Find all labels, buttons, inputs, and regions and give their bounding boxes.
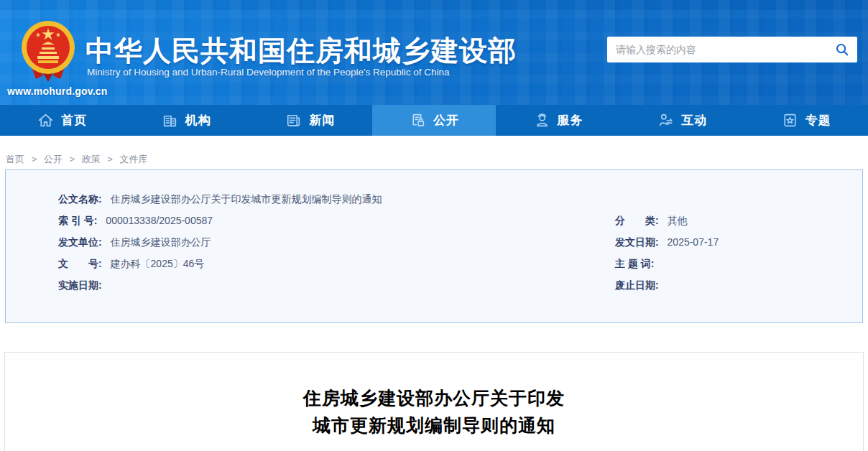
meta-row-category: 分 类: 其他: [615, 210, 862, 231]
meta-value-index-number: 000013338/2025-00587: [106, 215, 213, 226]
meta-label: 发文单位:: [58, 236, 102, 248]
article-title-line2: 城市更新规划编制导则的通知: [313, 415, 555, 435]
search-box: [607, 37, 857, 62]
meta-label: 实施日期:: [58, 279, 102, 291]
disclosure-icon: [409, 111, 427, 129]
nav-item-label: 首页: [61, 112, 87, 129]
nav-item-label: 公开: [433, 112, 459, 129]
meta-row-effective-date: 实施日期:: [58, 274, 615, 296]
meta-row-repeal-date: 废止日期:: [615, 274, 862, 296]
nav-item-label: 机构: [185, 112, 211, 129]
meta-grid: 索 引 号: 000013338/2025-00587 分 类: 其他 发文单位…: [58, 210, 862, 296]
breadcrumb-disclosure[interactable]: 公开: [44, 154, 63, 164]
breadcrumb-separator: >: [32, 154, 37, 164]
main-navigation: 首页 机构 新闻 公开: [0, 105, 868, 136]
site-title-chinese: 中华人民共和国住房和城乡建设部: [86, 32, 517, 70]
meta-label: 发文日期:: [615, 236, 659, 248]
nav-item-interaction[interactable]: 互动: [620, 105, 744, 136]
article-card: 住房城乡建设部办公厅关于印发 城市更新规划编制导则的通知: [4, 352, 864, 451]
home-icon: [37, 111, 55, 129]
meta-value-document-name: 住房城乡建设部办公厅关于印发城市更新规划编制导则的通知: [111, 193, 382, 205]
nav-item-disclosure[interactable]: 公开: [372, 105, 497, 136]
nav-item-news[interactable]: 新闻: [248, 105, 372, 136]
document-metadata-card: 公文名称: 住房城乡建设部办公厅关于印发城市更新规划编制导则的通知 索 引 号:…: [5, 169, 863, 323]
breadcrumb-separator: >: [107, 154, 113, 164]
article-title: 住房城乡建设部办公厅关于印发 城市更新规划编制导则的通知: [5, 384, 863, 439]
news-icon: [285, 111, 303, 129]
topics-icon: [781, 111, 799, 129]
meta-row-issuing-unit: 发文单位: 住房城乡建设部办公厅: [58, 231, 615, 253]
nav-item-label: 服务: [558, 112, 583, 129]
meta-row-document-number: 文 号: 建办科〔2025〕46号: [58, 253, 615, 274]
nav-item-label: 专题: [805, 112, 831, 129]
site-url: www.mohurd.gov.cn: [7, 85, 108, 97]
meta-label: 主 题 词:: [615, 258, 654, 269]
site-header: www.mohurd.gov.cn 中华人民共和国住房和城乡建设部 Minist…: [0, 0, 868, 105]
meta-row-issue-date: 发文日期: 2025-07-17: [615, 231, 862, 253]
meta-value-issuing-unit: 住房城乡建设部办公厅: [111, 236, 211, 248]
breadcrumb-home[interactable]: 首页: [6, 154, 24, 164]
nav-item-services[interactable]: 服务: [496, 105, 620, 136]
search-input[interactable]: [607, 37, 827, 62]
article-title-line1: 住房城乡建设部办公厅关于印发: [303, 388, 565, 408]
service-icon: [533, 111, 551, 129]
breadcrumb-separator: >: [69, 154, 75, 164]
meta-label: 废止日期:: [615, 279, 659, 291]
interaction-icon: [657, 111, 675, 129]
organization-icon: [161, 111, 179, 129]
search-button[interactable]: [827, 37, 857, 62]
magnifier-icon: [835, 42, 849, 57]
meta-label: 文 号:: [58, 258, 102, 269]
meta-row-document-name: 公文名称: 住房城乡建设部办公厅关于印发城市更新规划编制导则的通知: [58, 188, 862, 210]
nav-item-label: 新闻: [309, 112, 335, 129]
meta-label: 分 类:: [615, 215, 659, 226]
nav-item-label: 互动: [681, 112, 707, 129]
meta-row-index-number: 索 引 号: 000013338/2025-00587: [58, 210, 615, 231]
breadcrumb-policy[interactable]: 政策: [82, 154, 101, 164]
meta-value-category: 其他: [668, 215, 688, 226]
nav-item-home[interactable]: 首页: [0, 105, 124, 136]
meta-label: 索 引 号:: [58, 215, 97, 226]
breadcrumb: 首页 > 公开 > 政策 > 文件库: [0, 136, 868, 166]
breadcrumb-file-library[interactable]: 文件库: [120, 154, 148, 164]
meta-row-subject-words: 主 题 词:: [615, 253, 862, 274]
site-title-english: Ministry of Housing and Urban-Rural Deve…: [87, 67, 450, 78]
meta-value-issue-date: 2025-07-17: [668, 236, 719, 248]
nav-item-organization[interactable]: 机构: [124, 105, 249, 136]
meta-value-document-number: 建办科〔2025〕46号: [111, 258, 205, 269]
meta-label: 公文名称:: [58, 193, 102, 205]
nav-item-topics[interactable]: 专题: [744, 105, 868, 136]
national-emblem-icon: [20, 19, 76, 83]
